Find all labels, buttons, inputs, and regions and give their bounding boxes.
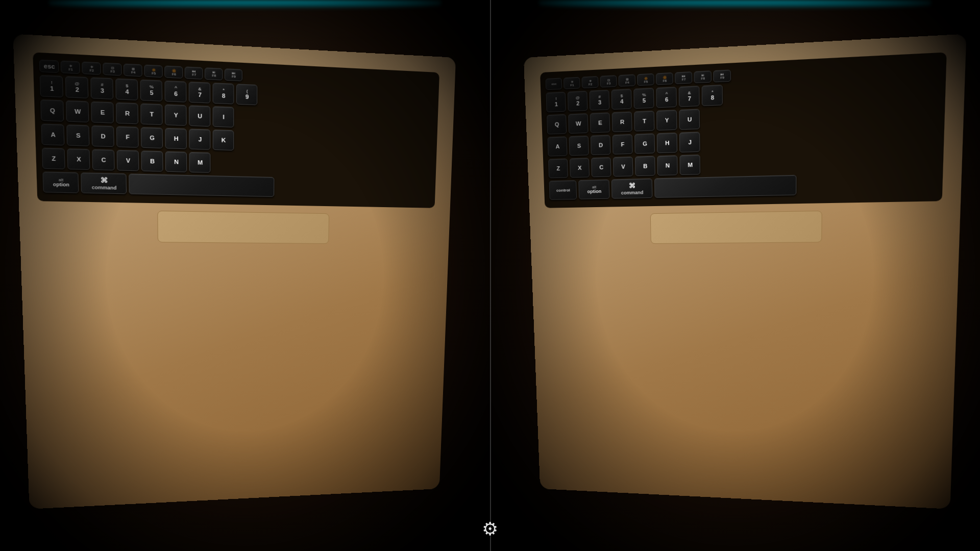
key-2-right[interactable]: @2 — [568, 91, 589, 112]
key-f7-right[interactable]: ⏮F7 — [675, 71, 693, 84]
key-f8-right[interactable]: ⏯F8 — [694, 70, 712, 83]
key-f1-right[interactable]: ☀F1 — [564, 77, 581, 89]
key-q-right[interactable]: Q — [547, 114, 567, 135]
key-8-left[interactable]: *8 — [213, 83, 234, 104]
key-a-left[interactable]: A — [41, 123, 65, 145]
top-glow-left — [49, 0, 441, 9]
key-f-left[interactable]: F — [117, 126, 139, 147]
key-m-right[interactable]: M — [680, 155, 701, 175]
key-6-right[interactable]: ^6 — [656, 87, 677, 108]
key-q-left[interactable]: Q — [41, 99, 64, 122]
key-z-right[interactable]: Z — [549, 159, 569, 179]
key-f9-right[interactable]: ⏭F9 — [714, 69, 731, 82]
key-c-right[interactable]: C — [592, 157, 612, 177]
key-r-right[interactable]: R — [612, 112, 632, 133]
key-k-left[interactable]: K — [213, 130, 235, 151]
key-f-right[interactable]: F — [613, 134, 633, 155]
key-1-right[interactable]: !1 — [546, 92, 566, 112]
key-g-right[interactable]: G — [635, 133, 655, 154]
key-f6-right[interactable]: 🔆F6 — [656, 72, 674, 85]
key-n-left[interactable]: N — [166, 151, 188, 172]
key-f2-left[interactable]: ☀F2 — [82, 62, 102, 75]
key-8-right[interactable]: *8 — [702, 85, 723, 106]
key-4-right[interactable]: $4 — [611, 89, 632, 110]
key-u-right[interactable]: U — [679, 109, 700, 130]
key-f9-left[interactable]: ⏭F9 — [225, 68, 243, 81]
key-r-left[interactable]: R — [116, 103, 139, 124]
right-keyboard-area: esc ☀F1 ☀F2 ⊡F3 ⊞F4 🔅F5 🔆F6 ⏮F7 ⏯F8 ⏭F9 … — [541, 52, 947, 208]
top-glow-right — [539, 0, 931, 9]
gear-icon: ⚙ — [482, 518, 498, 539]
key-x-right[interactable]: X — [570, 158, 590, 178]
key-control-right[interactable]: control — [549, 180, 577, 200]
key-m-left[interactable]: M — [189, 152, 211, 173]
key-f3-left[interactable]: ⊡F3 — [103, 63, 122, 76]
key-5-right[interactable]: %5 — [634, 88, 655, 109]
key-u-left[interactable]: U — [189, 105, 211, 127]
key-t-right[interactable]: T — [634, 111, 655, 132]
key-6-left[interactable]: ^6 — [165, 81, 187, 103]
key-e-right[interactable]: E — [590, 112, 610, 133]
key-space-right[interactable] — [655, 175, 797, 198]
key-1-left[interactable]: !1 — [40, 75, 64, 97]
key-h-right[interactable]: H — [657, 133, 678, 153]
key-2-left[interactable]: @2 — [66, 76, 89, 98]
left-laptop-body: esc ☀F1 ☀F2 ⊡F3 ⊞F4 🔅F5 🔆F6 ⏮F7 ⏯F8 ⏭F9 … — [13, 34, 456, 509]
key-g-left[interactable]: G — [141, 127, 163, 148]
key-y-right[interactable]: Y — [657, 110, 678, 131]
key-3-left[interactable]: #3 — [91, 77, 114, 99]
key-t-left[interactable]: T — [141, 104, 163, 126]
key-v-left[interactable]: V — [117, 150, 139, 171]
key-e-left[interactable]: E — [91, 102, 114, 123]
key-f1-left[interactable]: ☀F1 — [61, 61, 80, 74]
key-7-right[interactable]: &7 — [679, 86, 700, 107]
key-d-left[interactable]: D — [92, 126, 115, 147]
key-v-right[interactable]: V — [614, 157, 634, 177]
key-b-right[interactable]: B — [635, 156, 656, 177]
key-c-left[interactable]: C — [92, 149, 115, 170]
key-7-left[interactable]: &7 — [189, 82, 211, 104]
key-5-left[interactable]: %5 — [140, 80, 163, 102]
key-x-left[interactable]: X — [67, 148, 90, 170]
key-f8-left[interactable]: ⏯F8 — [205, 67, 224, 80]
key-n-right[interactable]: N — [657, 155, 678, 176]
key-3-right[interactable]: #3 — [590, 90, 610, 111]
key-d-right[interactable]: D — [591, 135, 611, 155]
settings-button[interactable]: ⚙ — [482, 518, 498, 540]
key-s-right[interactable]: S — [569, 136, 589, 156]
key-w-right[interactable]: W — [569, 113, 589, 134]
key-b-left[interactable]: B — [141, 151, 163, 171]
key-f4-left[interactable]: ⊞F4 — [124, 64, 143, 77]
left-keyboard-scene: esc ☀F1 ☀F2 ⊡F3 ⊞F4 🔅F5 🔆F6 ⏮F7 ⏯F8 ⏭F9 … — [0, 0, 490, 551]
key-space-left[interactable] — [129, 173, 275, 197]
key-9-left[interactable]: (9 — [237, 84, 258, 105]
left-keyboard-area: esc ☀F1 ☀F2 ⊡F3 ⊞F4 🔅F5 🔆F6 ⏮F7 ⏯F8 ⏭F9 … — [33, 52, 439, 208]
right-touchpad — [650, 211, 822, 244]
key-option-left[interactable]: alt option — [43, 171, 79, 193]
key-command-right[interactable]: ⌘ command — [612, 179, 653, 199]
right-laptop-body: esc ☀F1 ☀F2 ⊡F3 ⊞F4 🔅F5 🔆F6 ⏮F7 ⏯F8 ⏭F9 … — [524, 34, 967, 509]
key-f5-left[interactable]: 🔅F5 — [144, 64, 163, 78]
key-esc-right[interactable]: esc — [546, 78, 562, 90]
key-h-left[interactable]: H — [165, 128, 187, 149]
vr-center-divider — [490, 0, 491, 551]
key-j-right[interactable]: J — [680, 132, 701, 153]
key-f5-right[interactable]: 🔅F5 — [638, 73, 655, 86]
key-4-left[interactable]: $4 — [116, 79, 138, 101]
key-w-left[interactable]: W — [66, 101, 90, 122]
key-command-left[interactable]: ⌘ command — [81, 172, 127, 194]
key-i-left[interactable]: I — [213, 106, 235, 128]
key-f4-right[interactable]: ⊞F4 — [619, 74, 636, 87]
key-f2-right[interactable]: ☀F2 — [582, 76, 599, 88]
key-s-left[interactable]: S — [67, 124, 90, 146]
key-esc-left[interactable]: esc — [40, 60, 60, 73]
key-y-left[interactable]: Y — [165, 104, 187, 126]
key-a-right[interactable]: A — [548, 136, 568, 156]
right-keyboard-scene: esc ☀F1 ☀F2 ⊡F3 ⊞F4 🔅F5 🔆F6 ⏮F7 ⏯F8 ⏭F9 … — [490, 0, 980, 551]
key-f6-left[interactable]: 🔆F6 — [165, 65, 183, 79]
key-j-left[interactable]: J — [189, 129, 211, 150]
key-f7-left[interactable]: ⏮F7 — [185, 66, 204, 80]
key-option-right[interactable]: alt option — [579, 180, 610, 199]
key-f3-right[interactable]: ⊡F3 — [600, 75, 618, 87]
key-z-left[interactable]: Z — [42, 147, 66, 169]
